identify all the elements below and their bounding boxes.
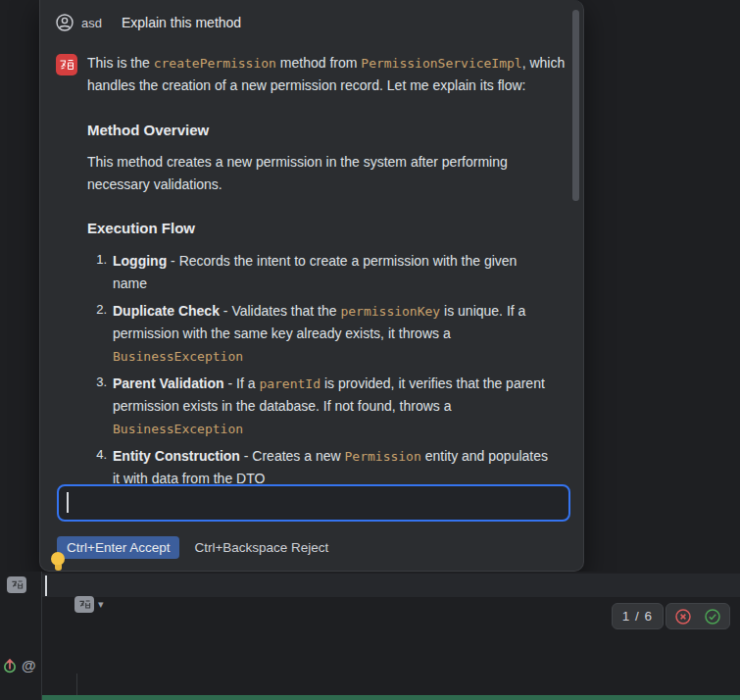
editor-caret xyxy=(45,575,47,596)
execution-steps-list: 1. Logging - Records the intent to creat… xyxy=(87,250,564,490)
list-item-text: Logging - Records the intent to create a… xyxy=(113,250,554,295)
diff-action-row: Ctrl+Enter Accept Ctrl+Backspace Reject xyxy=(57,536,328,559)
reject-button[interactable]: Ctrl+Backspace Reject xyxy=(194,540,328,555)
diff-counter-label: 1 / 6 xyxy=(622,609,653,624)
text-cursor xyxy=(67,492,69,513)
overview-paragraph: This method creates a new permission in … xyxy=(87,151,566,196)
feisuan-gutter-icon[interactable] xyxy=(7,576,26,593)
list-item-text: Duplicate Check - Validates that the per… xyxy=(113,300,554,368)
assistant-intro: This is the createPermission method from… xyxy=(87,52,566,97)
current-line-highlight xyxy=(42,574,740,597)
chat-header: asd Explain this method xyxy=(56,14,567,31)
chevron-down-icon: ▾ xyxy=(98,599,104,610)
user-question: Explain this method xyxy=(122,15,241,30)
chat-content: Method Overview This method creates a ne… xyxy=(40,122,583,490)
list-item-number: 2. xyxy=(87,300,107,368)
list-item-text: Parent Validation - If a parentId is pro… xyxy=(113,373,554,440)
reply-input[interactable] xyxy=(57,484,570,522)
overrides-method-icon[interactable] xyxy=(2,658,18,674)
list-item: 1. Logging - Records the intent to creat… xyxy=(87,250,564,295)
assistant-message: This is the createPermission method from… xyxy=(56,52,567,97)
gutter-icons: @ xyxy=(2,657,36,674)
feisuan-inline-icon xyxy=(74,596,94,613)
chat-scrollbar-thumb[interactable] xyxy=(572,10,579,201)
ai-chat-panel: asd Explain this method This is the crea… xyxy=(39,0,584,572)
list-item: 3. Parent Validation - If a parentId is … xyxy=(87,373,564,440)
user-avatar-icon xyxy=(56,14,74,31)
inline-ai-toolbar[interactable]: ▾ xyxy=(74,596,104,613)
list-item-number: 3. xyxy=(87,373,107,440)
list-item: 2. Duplicate Check - Validates that the … xyxy=(87,300,564,368)
diff-counter: 1 / 6 xyxy=(612,603,664,629)
section-heading-flow: Execution Flow xyxy=(87,220,564,236)
feisuan-ai-icon xyxy=(56,54,77,75)
diff-highlight-bar xyxy=(42,695,740,700)
list-item-number: 1. xyxy=(87,250,107,295)
code-editor[interactable]: ▾ @ @Override1 usage @Transactional publ… xyxy=(0,572,740,700)
accept-all-icon[interactable] xyxy=(705,609,720,625)
accept-button[interactable]: Ctrl+Enter Accept xyxy=(57,536,179,559)
gutter-divider xyxy=(41,572,42,700)
annotation-gutter-icon[interactable]: @ xyxy=(22,657,36,674)
diff-nav-toolbar: 1 / 6 xyxy=(612,603,730,629)
diff-decision-buttons xyxy=(666,603,730,629)
intention-lightbulb-icon[interactable] xyxy=(50,552,66,573)
reject-all-icon[interactable] xyxy=(675,609,691,625)
user-name: asd xyxy=(81,16,102,30)
indent-guide xyxy=(76,674,77,697)
section-heading-overview: Method Overview xyxy=(87,122,564,138)
